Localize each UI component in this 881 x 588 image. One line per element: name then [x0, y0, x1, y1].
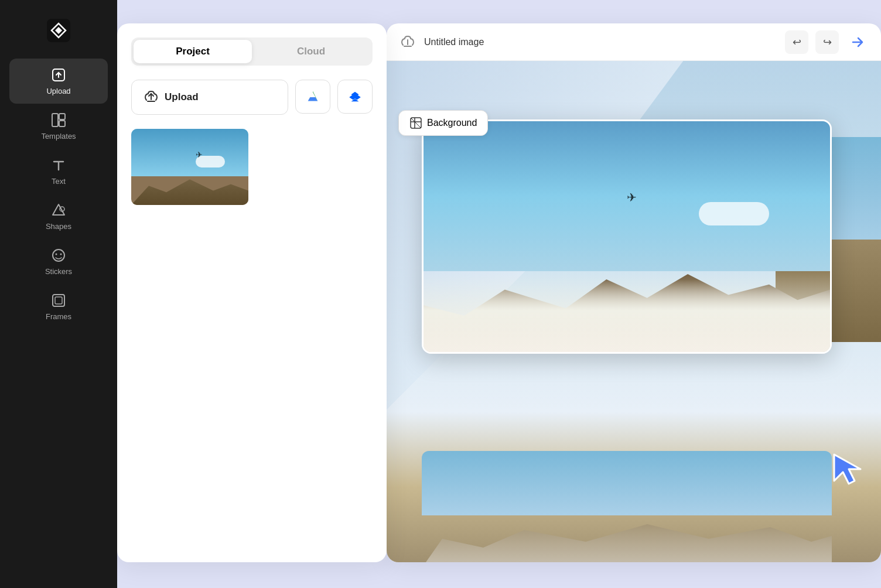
sidebar-item-templates[interactable]: Templates — [9, 104, 108, 149]
frames-icon — [50, 292, 67, 309]
google-drive-button[interactable] — [295, 80, 330, 114]
sidebar-item-upload[interactable]: Upload — [9, 59, 108, 104]
shapes-icon — [50, 202, 67, 218]
dropbox-button[interactable] — [337, 80, 373, 114]
sidebar: Upload Templates Text Shapes Stickers — [0, 0, 117, 588]
svg-point-7 — [56, 254, 57, 255]
svg-point-6 — [53, 249, 64, 261]
tab-bar: Project Cloud — [131, 37, 373, 66]
card-cloud — [699, 202, 769, 225]
sidebar-templates-label: Templates — [41, 132, 76, 141]
thumb-plane: ✈ — [196, 150, 203, 159]
dropbox-icon — [347, 89, 363, 104]
canvas-area: Untitled image ↩ ↪ Background — [387, 23, 881, 562]
upload-buttons-row: Upload — [131, 80, 373, 115]
upload-icon — [50, 67, 67, 83]
canvas-title: Untitled image — [424, 37, 778, 47]
main-image-card[interactable]: ✈ — [422, 119, 832, 354]
stickers-icon — [50, 247, 67, 264]
upload-cloud-icon — [144, 90, 159, 105]
sidebar-frames-label: Frames — [46, 312, 71, 321]
sidebar-item-text[interactable]: Text — [9, 149, 108, 194]
uploaded-image-thumbnail[interactable]: ✈ — [131, 129, 248, 205]
svg-rect-3 — [59, 114, 65, 119]
card-snow — [424, 271, 830, 352]
background-btn-label: Background — [427, 118, 477, 128]
bottom-mountain — [422, 510, 832, 562]
tab-cloud[interactable]: Cloud — [252, 40, 370, 63]
thumb-sky-bg — [131, 129, 248, 176]
canvas-content: Background ✈ ✈ — [387, 61, 881, 562]
svg-rect-4 — [59, 121, 65, 127]
sidebar-item-frames[interactable]: Frames — [9, 284, 108, 329]
cloud-icon — [400, 35, 415, 50]
sidebar-item-shapes[interactable]: Shapes — [9, 194, 108, 239]
redo-button[interactable]: ↪ — [815, 30, 839, 54]
bottom-image-card — [422, 451, 832, 562]
topbar: Untitled image ↩ ↪ — [387, 23, 881, 61]
google-drive-icon — [305, 89, 320, 104]
undo-button[interactable]: ↩ — [785, 30, 808, 54]
tab-project[interactable]: Project — [134, 40, 252, 63]
svg-point-8 — [60, 254, 62, 255]
upload-button[interactable]: Upload — [131, 80, 288, 115]
sidebar-item-stickers[interactable]: Stickers — [9, 239, 108, 284]
sidebar-stickers-label: Stickers — [45, 267, 72, 276]
app-logo[interactable] — [42, 14, 75, 47]
card-plane: ✈ — [627, 190, 637, 204]
sidebar-text-label: Text — [52, 177, 66, 186]
upload-label: Upload — [165, 91, 199, 103]
upload-panel: Project Cloud Upload — [117, 23, 387, 562]
svg-rect-9 — [53, 295, 64, 306]
thumb-mountain-bg — [131, 173, 248, 205]
background-icon — [409, 117, 422, 129]
export-button[interactable] — [846, 30, 869, 54]
svg-rect-10 — [55, 297, 62, 304]
cursor-arrow — [828, 449, 869, 492]
templates-icon — [50, 112, 67, 128]
topbar-cloud-icon — [398, 33, 417, 52]
sidebar-shapes-label: Shapes — [46, 222, 71, 231]
sidebar-upload-label: Upload — [46, 87, 70, 95]
bottom-sky — [422, 451, 832, 515]
text-icon — [50, 157, 67, 173]
background-button[interactable]: Background — [398, 110, 488, 136]
svg-rect-2 — [52, 114, 58, 127]
